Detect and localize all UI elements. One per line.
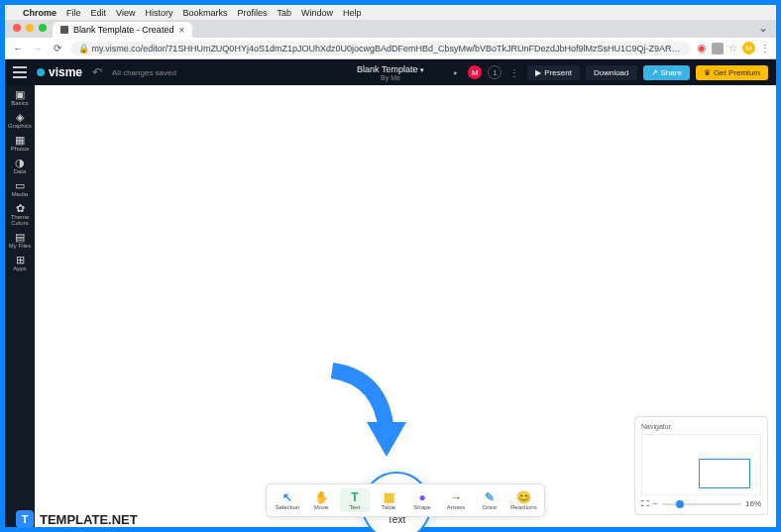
sidebar-icon: ◈	[6, 112, 34, 123]
maximize-window[interactable]	[39, 24, 47, 32]
collaborator-count[interactable]: 1	[488, 65, 502, 79]
zoom-level: 16%	[745, 499, 761, 508]
close-tab-icon[interactable]: ×	[178, 25, 184, 36]
window-controls	[9, 24, 53, 35]
move-tool-icon: ✋	[308, 490, 334, 504]
forward-icon[interactable]: →	[31, 43, 45, 53]
tool-label: Arrows	[443, 504, 469, 510]
chrome-tab-strip: Blank Template - Created × ⌄	[5, 20, 776, 38]
menu-file[interactable]: File	[66, 8, 81, 18]
close-window[interactable]	[13, 24, 21, 32]
sidebar-item-graphics[interactable]: ◈Graphics	[6, 112, 34, 129]
tool-text[interactable]: TText	[340, 488, 370, 512]
sidebar-icon: ▭	[6, 180, 34, 191]
undo-icon[interactable]: ↶	[92, 65, 102, 79]
navigator-title: Navigator	[641, 423, 761, 430]
adblock-icon[interactable]: ◉	[697, 42, 707, 54]
tool-label: Shape	[409, 504, 435, 510]
browser-tab[interactable]: Blank Template - Created ×	[53, 22, 192, 38]
sidebar-item-my-files[interactable]: ▤My Files	[6, 232, 34, 249]
menu-profiles[interactable]: Profiles	[237, 8, 267, 18]
present-button[interactable]: ▶Present	[527, 65, 580, 80]
text-tool-icon: T	[342, 490, 368, 504]
chevron-down-icon[interactable]: ⌄	[758, 21, 768, 35]
sidebar-label: Theme Colors	[6, 214, 34, 226]
sidebar-icon: ⊞	[6, 255, 34, 266]
back-icon[interactable]: ←	[11, 43, 25, 53]
tool-draw[interactable]: ✎Draw	[475, 488, 504, 512]
play-icon: ▶	[535, 68, 541, 77]
macos-menu-bar: Chrome File Edit View History Bookmarks …	[5, 5, 776, 20]
extension-icon[interactable]	[712, 43, 724, 54]
sidebar-icon: ✿	[6, 203, 34, 214]
crown-icon: ♛	[704, 68, 711, 77]
menu-window[interactable]: Window	[301, 8, 333, 18]
chat-icon[interactable]: ▪	[448, 65, 462, 79]
sidebar-item-media[interactable]: ▭Media	[6, 180, 34, 197]
menu-tab[interactable]: Tab	[277, 8, 291, 18]
sidebar-label: Basics	[6, 100, 34, 106]
sidebar-item-apps[interactable]: ⊞Apps	[6, 255, 34, 271]
sidebar-icon: ▤	[6, 232, 34, 243]
share-button[interactable]: ↗Share	[643, 65, 690, 80]
bottom-toolbar: ↖Selection✋MoveTText▦Table●Shape→Arrows✎…	[266, 483, 545, 517]
document-title-block[interactable]: Blank Template ▾ By Me	[357, 64, 424, 81]
tool-table[interactable]: ▦Table	[374, 488, 403, 512]
star-icon[interactable]: ☆	[728, 43, 737, 53]
url-text: my.visme.co/editor/71SHHUmZUQ0HYj4oS1dmZ…	[92, 44, 691, 53]
tool-arrows[interactable]: →Arrows	[441, 488, 471, 512]
hamburger-menu-icon[interactable]	[13, 65, 27, 79]
sidebar-label: Data	[6, 168, 34, 174]
zoom-slider-thumb[interactable]	[676, 500, 684, 508]
menu-edit[interactable]: Edit	[91, 8, 107, 18]
tool-shape[interactable]: ●Shape	[407, 488, 437, 512]
sidebar-item-basics[interactable]: ▣Basics	[6, 89, 34, 106]
canvas-area[interactable]: T Text ↖Selection✋MoveTText▦Table●Shape→…	[35, 85, 776, 527]
visme-header: visme ↶ All changes saved Blank Template…	[5, 59, 776, 85]
zoom-slider[interactable]	[662, 503, 741, 505]
share-icon: ↗	[651, 68, 658, 77]
url-input[interactable]: 🔒 my.visme.co/editor/71SHHUmZUQ0HYj4oS1d…	[70, 42, 691, 55]
lock-icon: 🔒	[78, 44, 89, 53]
logo-icon	[37, 68, 45, 76]
zoom-out-icon[interactable]: −	[653, 499, 658, 508]
tool-label: Selection	[275, 504, 300, 510]
template-net-watermark: T TEMPLATE.NET	[16, 510, 138, 528]
navigator-panel: Navigator ⛶ − 16%	[634, 416, 768, 515]
tool-move[interactable]: ✋Move	[306, 488, 336, 512]
caret-down-icon: ▾	[420, 66, 424, 73]
sidebar-label: My Files	[6, 243, 34, 249]
draw-tool-icon: ✎	[477, 490, 502, 504]
navigator-viewport-box[interactable]	[699, 459, 750, 488]
more-icon[interactable]: ⋮	[507, 65, 521, 79]
tool-reactions[interactable]: 😊Reactions	[508, 488, 538, 512]
selection-tool-icon: ↖	[275, 490, 300, 504]
sidebar-item-photos[interactable]: ▦Photos	[6, 135, 34, 152]
download-button[interactable]: Download	[586, 65, 637, 80]
tab-title: Blank Template - Created	[73, 25, 173, 35]
shape-tool-icon: ●	[409, 490, 435, 504]
menu-history[interactable]: History	[145, 8, 172, 18]
get-premium-button[interactable]: ♛Get Premium	[696, 65, 768, 80]
minimize-window[interactable]	[26, 24, 34, 32]
menu-help[interactable]: Help	[343, 8, 362, 18]
navigator-preview[interactable]	[641, 434, 761, 495]
user-badge[interactable]: M	[468, 65, 482, 79]
visme-logo: visme	[37, 65, 82, 79]
sidebar-icon: ▦	[6, 135, 34, 146]
kebab-menu-icon[interactable]: ⋮	[760, 43, 770, 53]
sidebar-label: Graphics	[6, 123, 34, 129]
table-tool-icon: ▦	[376, 490, 401, 504]
sidebar-item-theme-colors[interactable]: ✿Theme Colors	[6, 203, 34, 226]
zoom-fit-icon[interactable]: ⛶	[641, 499, 649, 508]
sidebar-item-data[interactable]: ◑Data	[6, 158, 34, 174]
profile-avatar[interactable]: M	[742, 42, 755, 54]
menu-chrome[interactable]: Chrome	[23, 8, 56, 18]
menu-view[interactable]: View	[116, 8, 135, 18]
browser-address-bar: ← → ⟳ 🔒 my.visme.co/editor/71SHHUmZUQ0HY…	[5, 38, 776, 59]
left-sidebar: ▣Basics◈Graphics▦Photos◑Data▭Media✿Theme…	[5, 85, 35, 527]
menu-bookmarks[interactable]: Bookmarks	[182, 8, 227, 18]
reload-icon[interactable]: ⟳	[51, 43, 64, 53]
tool-selection[interactable]: ↖Selection	[273, 488, 302, 512]
tab-favicon	[60, 26, 68, 34]
